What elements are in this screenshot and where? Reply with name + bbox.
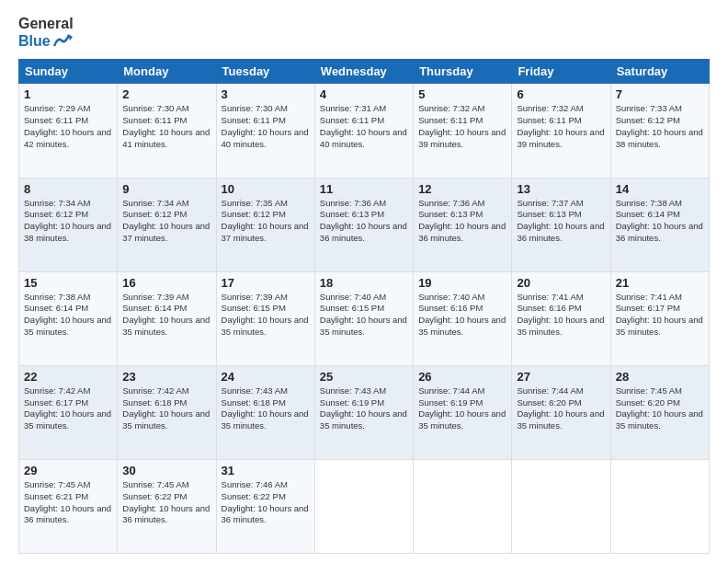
- calendar-cell: 24 Sunrise: 7:43 AMSunset: 6:18 PMDaylig…: [216, 365, 314, 459]
- header-thursday: Thursday: [414, 60, 512, 84]
- weekday-header-row: Sunday Monday Tuesday Wednesday Thursday…: [19, 60, 710, 84]
- day-number: 21: [616, 276, 704, 290]
- calendar-table: Sunday Monday Tuesday Wednesday Thursday…: [18, 59, 710, 554]
- day-number: 26: [418, 370, 506, 384]
- day-number: 2: [122, 87, 210, 101]
- calendar-cell: 31 Sunrise: 7:46 AMSunset: 6:22 PMDaylig…: [216, 459, 314, 553]
- day-number: 9: [122, 182, 210, 196]
- calendar-cell: 5 Sunrise: 7:32 AMSunset: 6:11 PMDayligh…: [414, 84, 512, 178]
- calendar-cell: 16 Sunrise: 7:39 AMSunset: 6:14 PMDaylig…: [118, 271, 216, 365]
- day-number: 13: [517, 182, 605, 196]
- calendar-cell: 12 Sunrise: 7:36 AMSunset: 6:13 PMDaylig…: [414, 178, 512, 271]
- day-number: 30: [122, 464, 210, 477]
- calendar-cell: 17 Sunrise: 7:39 AMSunset: 6:15 PMDaylig…: [216, 271, 314, 365]
- calendar-cell: 3 Sunrise: 7:30 AMSunset: 6:11 PMDayligh…: [216, 84, 314, 178]
- calendar-cell: 22 Sunrise: 7:42 AMSunset: 6:17 PMDaylig…: [19, 365, 118, 459]
- header-sunday: Sunday: [19, 60, 118, 84]
- day-number: 28: [616, 370, 704, 384]
- day-number: 11: [320, 182, 408, 196]
- header-tuesday: Tuesday: [216, 60, 314, 84]
- day-number: 22: [24, 370, 112, 384]
- day-info: Sunrise: 7:39 AMSunset: 6:14 PMDaylight:…: [122, 292, 210, 337]
- calendar-cell: 14 Sunrise: 7:38 AMSunset: 6:14 PMDaylig…: [610, 178, 709, 271]
- week-row-2: 8 Sunrise: 7:34 AMSunset: 6:12 PMDayligh…: [19, 178, 710, 271]
- calendar-cell: 13 Sunrise: 7:37 AMSunset: 6:13 PMDaylig…: [512, 178, 610, 271]
- calendar-cell: 20 Sunrise: 7:41 AMSunset: 6:16 PMDaylig…: [512, 271, 610, 365]
- day-number: 10: [222, 182, 310, 196]
- day-number: 23: [122, 370, 210, 384]
- day-info: Sunrise: 7:40 AMSunset: 6:15 PMDaylight:…: [320, 292, 407, 337]
- calendar-cell: 11 Sunrise: 7:36 AMSunset: 6:13 PMDaylig…: [314, 178, 413, 271]
- day-info: Sunrise: 7:36 AMSunset: 6:13 PMDaylight:…: [320, 198, 407, 243]
- day-number: 1: [24, 87, 112, 101]
- day-number: 16: [122, 276, 210, 290]
- day-number: 14: [616, 182, 704, 196]
- day-number: 20: [517, 276, 605, 290]
- day-number: 7: [616, 87, 704, 101]
- calendar-cell: 1 Sunrise: 7:29 AMSunset: 6:11 PMDayligh…: [19, 84, 118, 178]
- day-info: Sunrise: 7:32 AMSunset: 6:11 PMDaylight:…: [418, 103, 506, 148]
- day-info: Sunrise: 7:29 AMSunset: 6:11 PMDaylight:…: [24, 103, 111, 148]
- day-info: Sunrise: 7:42 AMSunset: 6:17 PMDaylight:…: [24, 385, 111, 431]
- calendar-cell: 2 Sunrise: 7:30 AMSunset: 6:11 PMDayligh…: [118, 84, 216, 178]
- day-info: Sunrise: 7:30 AMSunset: 6:11 PMDaylight:…: [222, 103, 309, 148]
- day-info: Sunrise: 7:32 AMSunset: 6:11 PMDaylight:…: [517, 103, 604, 148]
- day-number: 8: [24, 182, 112, 196]
- header-monday: Monday: [118, 60, 216, 84]
- calendar-cell: 18 Sunrise: 7:40 AMSunset: 6:15 PMDaylig…: [314, 271, 413, 365]
- day-number: 12: [418, 182, 506, 196]
- day-info: Sunrise: 7:38 AMSunset: 6:14 PMDaylight:…: [24, 292, 111, 337]
- day-info: Sunrise: 7:43 AMSunset: 6:19 PMDaylight:…: [320, 385, 407, 431]
- calendar-cell: 19 Sunrise: 7:40 AMSunset: 6:16 PMDaylig…: [414, 271, 512, 365]
- calendar-cell: [512, 459, 610, 553]
- calendar-cell: 15 Sunrise: 7:38 AMSunset: 6:14 PMDaylig…: [19, 271, 118, 365]
- calendar-cell: 10 Sunrise: 7:35 AMSunset: 6:12 PMDaylig…: [216, 178, 314, 271]
- day-number: 29: [24, 464, 112, 477]
- day-info: Sunrise: 7:31 AMSunset: 6:11 PMDaylight:…: [320, 103, 407, 148]
- day-number: 25: [320, 370, 408, 384]
- day-number: 4: [320, 87, 408, 101]
- week-row-5: 29 Sunrise: 7:45 AMSunset: 6:21 PMDaylig…: [19, 459, 710, 553]
- calendar-cell: [414, 459, 512, 553]
- day-info: Sunrise: 7:38 AMSunset: 6:14 PMDaylight:…: [616, 198, 703, 243]
- day-info: Sunrise: 7:41 AMSunset: 6:17 PMDaylight:…: [616, 292, 703, 337]
- calendar-cell: 30 Sunrise: 7:45 AMSunset: 6:22 PMDaylig…: [118, 459, 216, 553]
- calendar-cell: [314, 459, 413, 553]
- day-info: Sunrise: 7:45 AMSunset: 6:20 PMDaylight:…: [616, 385, 703, 431]
- day-number: 27: [517, 370, 605, 384]
- calendar-cell: 25 Sunrise: 7:43 AMSunset: 6:19 PMDaylig…: [314, 365, 413, 459]
- day-info: Sunrise: 7:44 AMSunset: 6:19 PMDaylight:…: [418, 385, 506, 431]
- calendar-cell: 26 Sunrise: 7:44 AMSunset: 6:19 PMDaylig…: [414, 365, 512, 459]
- day-info: Sunrise: 7:46 AMSunset: 6:22 PMDaylight:…: [222, 479, 309, 524]
- calendar-cell: 4 Sunrise: 7:31 AMSunset: 6:11 PMDayligh…: [314, 84, 413, 178]
- header-saturday: Saturday: [610, 60, 709, 84]
- calendar-cell: [610, 459, 709, 553]
- day-number: 15: [24, 276, 112, 290]
- day-info: Sunrise: 7:39 AMSunset: 6:15 PMDaylight:…: [222, 292, 309, 337]
- calendar-cell: 9 Sunrise: 7:34 AMSunset: 6:12 PMDayligh…: [118, 178, 216, 271]
- header-wednesday: Wednesday: [314, 60, 413, 84]
- day-info: Sunrise: 7:44 AMSunset: 6:20 PMDaylight:…: [517, 385, 604, 431]
- day-info: Sunrise: 7:43 AMSunset: 6:18 PMDaylight:…: [222, 385, 309, 431]
- logo-general: General: [18, 15, 74, 32]
- day-number: 18: [320, 276, 408, 290]
- day-info: Sunrise: 7:36 AMSunset: 6:13 PMDaylight:…: [418, 198, 506, 243]
- week-row-1: 1 Sunrise: 7:29 AMSunset: 6:11 PMDayligh…: [19, 84, 710, 178]
- day-info: Sunrise: 7:42 AMSunset: 6:18 PMDaylight:…: [122, 385, 210, 431]
- day-number: 17: [222, 276, 310, 290]
- day-info: Sunrise: 7:34 AMSunset: 6:12 PMDaylight:…: [24, 198, 111, 243]
- day-info: Sunrise: 7:35 AMSunset: 6:12 PMDaylight:…: [222, 198, 309, 243]
- calendar-cell: 27 Sunrise: 7:44 AMSunset: 6:20 PMDaylig…: [512, 365, 610, 459]
- calendar-cell: 23 Sunrise: 7:42 AMSunset: 6:18 PMDaylig…: [118, 365, 216, 459]
- week-row-3: 15 Sunrise: 7:38 AMSunset: 6:14 PMDaylig…: [19, 271, 710, 365]
- day-info: Sunrise: 7:30 AMSunset: 6:11 PMDaylight:…: [122, 103, 210, 148]
- calendar-cell: 29 Sunrise: 7:45 AMSunset: 6:21 PMDaylig…: [19, 459, 118, 553]
- day-info: Sunrise: 7:34 AMSunset: 6:12 PMDaylight:…: [122, 198, 210, 243]
- day-number: 6: [517, 87, 605, 101]
- day-info: Sunrise: 7:40 AMSunset: 6:16 PMDaylight:…: [418, 292, 506, 337]
- day-info: Sunrise: 7:41 AMSunset: 6:16 PMDaylight:…: [517, 292, 604, 337]
- day-number: 5: [418, 87, 506, 101]
- calendar-cell: 21 Sunrise: 7:41 AMSunset: 6:17 PMDaylig…: [610, 271, 709, 365]
- day-number: 3: [222, 87, 310, 101]
- day-number: 31: [222, 464, 310, 477]
